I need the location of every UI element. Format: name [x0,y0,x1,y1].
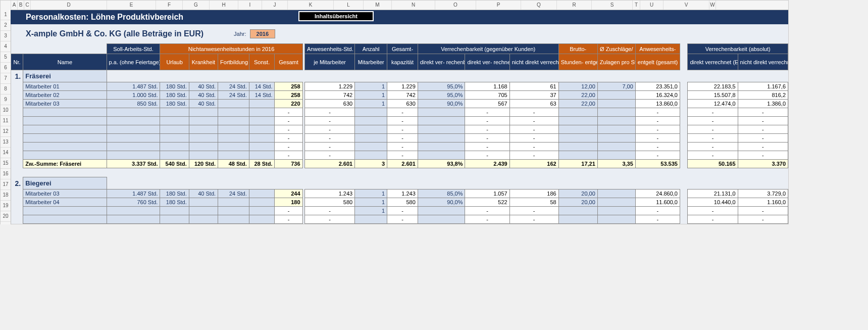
cell-gesamt[interactable]: 220 [275,100,302,108]
row-header-7[interactable]: 7 [1,73,11,84]
cell-zulagen[interactable] [597,198,635,207]
col-header-L[interactable]: L [334,1,364,10]
cell-krank[interactable]: 40 Std. [189,190,218,198]
cell-gesamt[interactable]: 180 [275,198,302,207]
col-header-V[interactable]: V [663,1,709,10]
cell-entgelt[interactable]: 13.860,0 [635,100,680,108]
cell-krank[interactable] [189,143,218,151]
cell-krank[interactable] [189,151,218,160]
cell-pct[interactable]: 90,0% [418,100,465,108]
cell-stunden[interactable] [558,134,597,143]
cell-ndirstd[interactable]: 162 [509,160,558,168]
cell-name[interactable]: Mitarbeiter 03 [23,100,107,108]
cell-dirver[interactable]: 22.183,5 [688,82,738,91]
cell-anzahl[interactable] [355,143,387,151]
cell-name[interactable] [23,151,107,160]
cell-jemit[interactable]: 1.229 [305,82,355,91]
cell-pa[interactable] [107,117,160,125]
cell-zulagen[interactable] [597,143,635,151]
cell-pa[interactable]: 760 Std. [107,198,160,207]
cell-ndir[interactable]: - [738,207,788,215]
cell-anzahl[interactable]: 1 [355,91,387,100]
cell-dirver[interactable]: - [688,215,738,224]
row-header-4[interactable]: 4 [1,41,11,52]
cell-dirver[interactable]: - [688,143,738,151]
cell-anzahl[interactable] [355,215,387,224]
col-header-Q[interactable]: Q [521,1,557,10]
cell-jemit[interactable]: - [305,108,355,117]
cell-ndirstd[interactable]: - [509,117,558,125]
cell-jemit[interactable]: - [305,207,355,215]
cell-dirstd[interactable]: 1.168 [465,82,509,91]
cell-sonst[interactable] [249,215,275,224]
cell-gesamt[interactable]: 258 [275,82,302,91]
row-header-1[interactable]: 1 [1,10,11,20]
cell-entgelt[interactable]: 11.600,0 [635,198,680,207]
cell-pct[interactable] [418,207,465,215]
cell-jemit[interactable]: - [305,125,355,134]
col-header-N[interactable]: N [392,1,435,10]
cell-urlaub[interactable] [160,117,189,125]
col-header-O[interactable]: O [435,1,476,10]
cell-krank[interactable]: 40 Std. [189,100,218,108]
cell-ndir[interactable]: - [738,151,788,160]
cell-sonst[interactable] [249,190,275,198]
cell-dirstd[interactable]: - [465,151,509,160]
col-header-B[interactable]: B [18,1,24,10]
cell-dirstd[interactable]: 567 [465,100,509,108]
main-table[interactable]: Soll-Arbeits-Std. Nichtanwesenheitsstund… [11,43,788,224]
cell-stunden[interactable] [558,207,597,215]
cell-anzahl[interactable]: 1 [355,198,387,207]
cell-entgelt[interactable]: 24.860,0 [635,190,680,198]
cell-pa[interactable]: 1.487 Std. [107,82,160,91]
row-header-19[interactable]: 19 [1,201,11,211]
cell-dirstd[interactable]: - [465,143,509,151]
cell-pa[interactable] [107,134,160,143]
inhaltsuebersicht-button[interactable]: Inhaltsübersicht [298,11,374,21]
cell-pct[interactable]: 90,0% [418,198,465,207]
row-header-10[interactable]: 10 [1,105,11,116]
cell-sonst[interactable]: 28 Std. [249,160,275,168]
cell-dirstd[interactable]: - [465,207,509,215]
cell-sonst[interactable]: 14 Std. [249,91,275,100]
cell-pa[interactable] [107,215,160,224]
row-header-21[interactable]: 21 [1,222,11,224]
cell-urlaub[interactable] [160,125,189,134]
cell-anzahl[interactable] [355,125,387,134]
row-header-18[interactable]: 18 [1,190,11,201]
cell-krank[interactable] [189,117,218,125]
cell-krank[interactable] [189,198,218,207]
cell-dirver[interactable]: 12.474,0 [688,100,738,108]
cell-fortb[interactable] [218,100,249,108]
cell-entgelt[interactable]: - [635,143,680,151]
cell-pa[interactable]: 1.000 Std. [107,91,160,100]
cell-jemit[interactable]: - [305,215,355,224]
cell-krank[interactable]: 40 Std. [189,82,218,91]
cell-dirstd[interactable]: 522 [465,198,509,207]
col-header-W[interactable]: W [709,1,716,10]
cell-anzahl[interactable]: 1 [355,82,387,91]
col-header-F[interactable]: F [156,1,183,10]
cell-entgelt[interactable]: 53.535 [635,160,680,168]
cell-sonst[interactable] [249,207,275,215]
cell-entgelt[interactable]: - [635,207,680,215]
cell-fortb[interactable] [218,143,249,151]
cell-pa[interactable] [107,125,160,134]
cell-name[interactable] [23,108,107,117]
cell-zulagen[interactable] [597,190,635,198]
cell-dirstd[interactable]: 705 [465,91,509,100]
cell-jemit[interactable]: - [305,117,355,125]
cell-name[interactable] [23,207,107,215]
cell-name[interactable]: Mitarbeiter 03 [23,190,107,198]
row-header-3[interactable]: 3 [1,31,11,41]
cell-urlaub[interactable]: 180 Std. [160,100,189,108]
cell-gesamt[interactable]: - [275,134,302,143]
cell-dirstd[interactable]: 2.439 [465,160,509,168]
cell-ndir[interactable]: 816,2 [738,91,788,100]
cell-dirver[interactable]: 21.131,0 [688,190,738,198]
cell-jemit[interactable]: - [305,134,355,143]
cell-zulagen[interactable] [597,91,635,100]
cell-anzahl[interactable] [355,117,387,125]
cell-stunden[interactable]: 12,00 [558,82,597,91]
cell-ndir[interactable]: - [738,108,788,117]
